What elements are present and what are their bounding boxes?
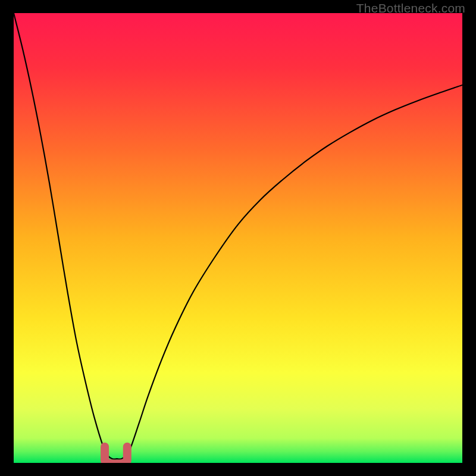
bottleneck-curve-right — [117, 85, 462, 459]
curves-layer — [14, 13, 462, 463]
chart-area — [14, 13, 462, 463]
optimal-marker — [105, 447, 127, 463]
bottleneck-curve-left — [14, 13, 117, 459]
